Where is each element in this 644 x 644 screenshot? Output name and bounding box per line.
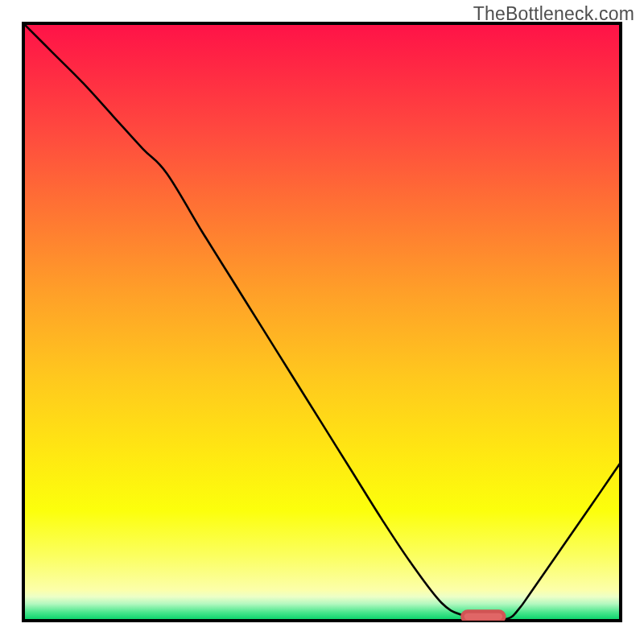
- watermark-text: TheBottleneck.com: [473, 3, 634, 25]
- chart-svg: [23, 23, 621, 621]
- bottleneck-curve: [23, 23, 621, 620]
- plot-area: [23, 23, 621, 621]
- chart-canvas: TheBottleneck.com: [0, 0, 644, 644]
- valley-marker: [462, 611, 504, 621]
